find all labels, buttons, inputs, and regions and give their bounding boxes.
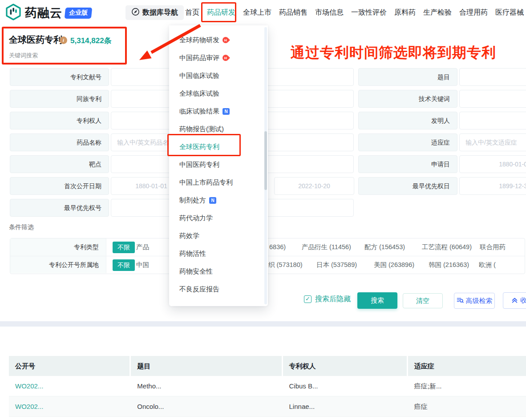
filter-option[interactable]: 工艺流程 (60649) xyxy=(422,238,472,256)
hot-flame-icon: H xyxy=(221,53,230,62)
menu-item-formulation-prescription[interactable]: 制剂处方 N xyxy=(169,191,268,209)
menu-item-label: 药代动力学 xyxy=(179,209,213,227)
checkbox-check-icon[interactable]: ✓ xyxy=(304,295,312,303)
patent-title-cell: Metho... xyxy=(131,376,281,396)
nav-item-api[interactable]: 原料药 xyxy=(394,8,416,17)
filter-option[interactable]: 日本 (537589) xyxy=(316,256,357,274)
patentee-cell: Linnae... xyxy=(283,396,407,416)
filter-option[interactable]: 韩国 (216363) xyxy=(429,256,469,274)
collapse-label: 收起 xyxy=(520,296,526,305)
nav-item-drug-sales[interactable]: 药品销售 xyxy=(279,8,308,17)
nav-item-market-info[interactable]: 市场信息 xyxy=(315,8,344,17)
nav-item-drug-rd[interactable]: 药品研发 xyxy=(207,8,235,17)
menu-item-label: 药物活性 xyxy=(179,245,206,262)
menu-item-china-listed-drug-patents[interactable]: 中国上市药品专利 xyxy=(169,174,268,191)
condition-filter-label: 条件筛选 xyxy=(9,223,34,231)
patent-title-cell: Oncolo... xyxy=(131,396,281,416)
menu-item-label: 临床试验结果 xyxy=(179,102,219,120)
col-publication-number[interactable]: 公开号 xyxy=(9,356,129,376)
filter-option[interactable]: 产品衍生 (11456) xyxy=(302,238,351,256)
table-row[interactable]: WO202... Oncolo... Linnae... 癌症 xyxy=(9,396,526,417)
brand-logo[interactable]: 药融云 企业版 xyxy=(4,3,92,23)
nav-item-global-launch[interactable]: 全球上市 xyxy=(243,8,271,17)
nav-item-consistency[interactable]: 一致性评价 xyxy=(351,8,387,17)
indication-cell: 癌症 xyxy=(408,396,526,416)
col-indication[interactable]: 适应症 xyxy=(408,356,526,376)
clear-button[interactable]: 清空 xyxy=(403,293,443,308)
menu-item-label: 中国药品审评 xyxy=(179,49,219,67)
form-row: 申请日 xyxy=(358,155,526,173)
nav-item-production-inspection[interactable]: 生产检验 xyxy=(423,8,452,17)
menu-item-global-clinical-trials[interactable]: 全球临床试验 xyxy=(169,85,268,102)
filter-option[interactable]: 配方 (156453) xyxy=(364,238,405,256)
filter-option[interactable]: 织 (573180) xyxy=(268,256,303,274)
advanced-search-button[interactable]: 高级检索 xyxy=(454,293,495,309)
menu-item-label: 药物报告(测试) xyxy=(179,120,224,138)
table-row[interactable] xyxy=(9,417,526,420)
col-title[interactable]: 题目 xyxy=(131,356,281,376)
tech-keyword-input[interactable] xyxy=(459,90,526,108)
menu-item-pharmacokinetics[interactable]: 药代动力学 xyxy=(169,209,268,227)
earliest-priority-date-from-input[interactable] xyxy=(459,177,526,195)
search-button[interactable]: 搜索 xyxy=(357,292,397,309)
unlimited-button[interactable]: 不限 xyxy=(113,259,135,271)
nav-item-rational-use[interactable]: 合理用药 xyxy=(459,8,488,17)
menu-item-label: 药效学 xyxy=(179,227,199,245)
menu-item-global-pharma-patents[interactable]: 全球医药专利 xyxy=(169,138,268,156)
keyword-search-label: 关键词搜索 xyxy=(9,52,38,60)
filter-option[interactable]: 美国 (263896) xyxy=(374,256,414,274)
filter-option[interactable]: 中国 xyxy=(136,256,149,274)
filter-option[interactable]: 联合用药 xyxy=(480,238,506,256)
filter-option[interactable]: 欧洲 ( xyxy=(479,256,496,274)
hide-after-search-checkbox[interactable]: ✓ 搜索后隐藏 xyxy=(304,295,351,304)
advanced-search-icon xyxy=(457,297,464,305)
collapse-button[interactable]: 收起 xyxy=(503,292,526,309)
record-count: 5,314,822条 xyxy=(70,36,112,46)
collapse-double-chevron-up-icon xyxy=(511,297,518,305)
menu-item-drug-report-test[interactable]: 药物报告(测试) xyxy=(169,120,268,138)
col-patentee[interactable]: 专利权人 xyxy=(283,356,407,376)
table-header: 公开号 题目 专利权人 适应症 xyxy=(9,356,526,376)
menu-item-china-clinical-trials[interactable]: 中国临床试验 xyxy=(169,67,268,85)
form-row: 最早优先权日 xyxy=(358,177,526,195)
nav-item-medical-device[interactable]: 医疗器械 xyxy=(495,8,524,17)
menu-item-china-drug-review[interactable]: 中国药品审评 H xyxy=(169,49,268,67)
nav-menu: 首页 药品研发 全球上市 药品销售 市场信息 一致性评价 原料药 生产检验 合理… xyxy=(185,0,526,25)
filter-option[interactable]: 产品 xyxy=(136,238,149,256)
menu-item-drug-activity[interactable]: 药物活性 xyxy=(169,245,268,262)
publication-number-link[interactable]: WO202... xyxy=(9,396,129,416)
menu-item-drug-safety[interactable]: 药物安全性 xyxy=(169,262,268,280)
menu-item-adverse-reaction-report[interactable]: 不良反应报告 xyxy=(169,280,268,298)
menu-item-label: 制剂处方 xyxy=(179,191,206,209)
application-date-from-input[interactable] xyxy=(459,155,526,173)
patentee-cell: Cibus B... xyxy=(283,376,407,396)
publication-number-link[interactable]: WO202... xyxy=(9,376,129,396)
info-icon[interactable]: i xyxy=(60,36,67,44)
patent-type-label: 专利类型 xyxy=(10,238,106,256)
dropdown-scrollbar-thumb[interactable] xyxy=(264,131,267,190)
edition-badge: 企业版 xyxy=(65,8,93,19)
menu-item-label: 不良反应报告 xyxy=(179,280,219,298)
new-badge-icon: N xyxy=(209,197,216,204)
menu-item-label: 中国上市药品专利 xyxy=(179,174,233,191)
section-divider xyxy=(0,321,526,327)
filter-option[interactable]: 6836) xyxy=(269,238,286,256)
nav-item-home[interactable]: 首页 xyxy=(185,8,199,17)
menu-item-pharmacodynamics[interactable]: 药效学 xyxy=(169,227,268,245)
database-nav-button[interactable]: 数据库导航 xyxy=(125,5,184,20)
menu-item-clinical-trial-results[interactable]: 临床试验结果 N xyxy=(169,102,268,120)
publication-region-label: 专利公开号所属地 xyxy=(10,256,106,273)
menu-item-china-pharma-patents[interactable]: 中国医药专利 xyxy=(169,156,268,174)
drug-rd-dropdown-menu: 全球药物研发 H 中国药品审评 H 中国临床试验 全球临床试验 临床试验结果 N… xyxy=(169,25,268,306)
hot-flame-icon: H xyxy=(221,36,230,44)
first-publication-date-to-input[interactable] xyxy=(274,177,354,195)
menu-item-label: 全球医药专利 xyxy=(179,138,219,156)
unlimited-button[interactable]: 不限 xyxy=(113,242,135,253)
inventor-input[interactable] xyxy=(459,112,526,129)
indication-input[interactable] xyxy=(459,133,526,151)
form-row: 题目 xyxy=(358,68,526,86)
menu-item-global-drug-rd[interactable]: 全球药物研发 H xyxy=(169,31,268,49)
menu-item-label: 全球药物研发 xyxy=(179,31,219,49)
table-row[interactable]: WO202... Metho... Cibus B... 癌症;新... xyxy=(9,376,526,396)
title-input[interactable] xyxy=(459,68,526,86)
